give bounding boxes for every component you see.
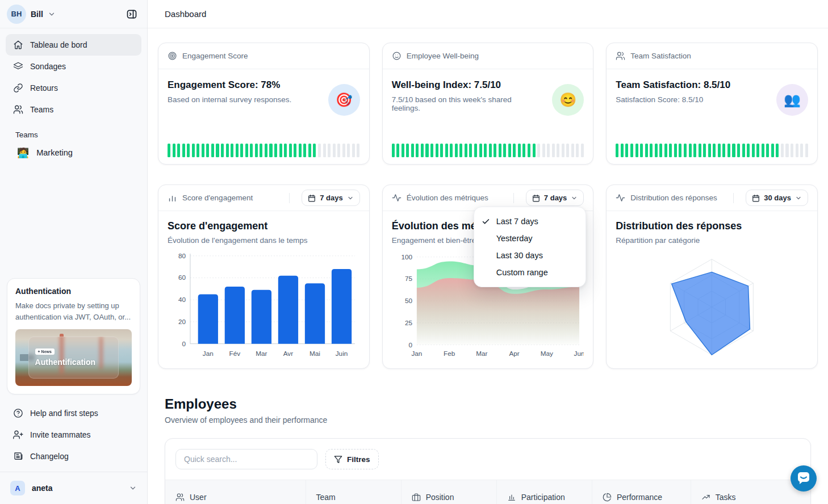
progress-segment bbox=[284, 144, 287, 157]
progress-segment bbox=[528, 144, 530, 157]
sidebar-user-row[interactable]: BH Bill bbox=[0, 0, 147, 28]
progress-segment bbox=[547, 144, 550, 157]
progress-bar bbox=[616, 144, 808, 157]
column-header-user[interactable]: User bbox=[165, 480, 306, 504]
chat-bubble-icon bbox=[791, 465, 817, 492]
auth-card-title: Authentication bbox=[15, 287, 132, 296]
svg-text:60: 60 bbox=[178, 274, 186, 281]
auth-card-image: + News Authentification bbox=[15, 329, 132, 386]
progress-segment bbox=[732, 144, 735, 157]
filters-label: Filtres bbox=[347, 455, 370, 464]
progress-segment bbox=[800, 144, 803, 157]
bar-chart-icon bbox=[507, 493, 516, 502]
avatar: BH bbox=[7, 5, 26, 24]
sidebar-footer: Help and first steps Invite teammates Ch… bbox=[0, 400, 147, 467]
progress-segment bbox=[294, 144, 296, 157]
progress-segment bbox=[474, 144, 477, 157]
progress-segment bbox=[333, 144, 336, 157]
employees-table-header: User Team Position Participation bbox=[165, 480, 810, 504]
progress-segment bbox=[771, 144, 774, 157]
progress-segment bbox=[742, 144, 745, 157]
column-header-team[interactable]: Team bbox=[306, 480, 401, 504]
card-header: Employee Well-being bbox=[383, 43, 593, 69]
progress-segment bbox=[552, 144, 555, 157]
menu-item-last-30-days[interactable]: Last 30 days bbox=[474, 247, 586, 264]
sidebar-item-dashboard[interactable]: Tableau de bord bbox=[6, 34, 141, 56]
progress-segment bbox=[489, 144, 492, 157]
menu-item-yesterday[interactable]: Yesterday bbox=[474, 230, 586, 247]
svg-text:100: 100 bbox=[401, 253, 412, 261]
column-header-participation[interactable]: Participation bbox=[496, 480, 592, 504]
sidebar: BH Bill Tableau de bord Sondages Retours bbox=[0, 0, 148, 504]
progress-segment bbox=[313, 144, 316, 157]
search-input[interactable] bbox=[175, 449, 317, 469]
help-link[interactable]: Help and first steps bbox=[6, 402, 141, 424]
date-range-label: 7 days bbox=[320, 194, 342, 202]
activity-icon bbox=[392, 193, 402, 203]
progress-segment bbox=[260, 144, 262, 157]
content: Engagement Score Engagement Score: 78% B… bbox=[148, 28, 828, 504]
svg-text:20: 20 bbox=[178, 318, 186, 325]
svg-text:0: 0 bbox=[182, 340, 186, 347]
stat-title: Team Satisfaction: 8.5/10 bbox=[616, 79, 808, 91]
progress-segment bbox=[542, 144, 545, 157]
date-range-button[interactable]: 30 days bbox=[746, 190, 808, 206]
changelog-link[interactable]: Changelog bbox=[6, 446, 141, 467]
card-header: Score d'engagement 7 days bbox=[158, 185, 369, 211]
radar-chart bbox=[616, 250, 808, 362]
authentication-promo-card[interactable]: Authentication Make docs private by sett… bbox=[7, 278, 140, 394]
progress-segment bbox=[196, 144, 199, 157]
workspace-switcher[interactable]: A aneta bbox=[6, 477, 141, 499]
progress-segment bbox=[494, 144, 496, 157]
svg-text:80: 80 bbox=[178, 252, 186, 259]
sidebar-item-teams[interactable]: Teams bbox=[6, 99, 141, 120]
svg-text:Mai: Mai bbox=[310, 350, 320, 357]
column-header-position[interactable]: Position bbox=[401, 480, 496, 504]
engagement-chart-card: Score d'engagement 7 days Score d'engage… bbox=[158, 184, 370, 369]
workspace-avatar: A bbox=[10, 481, 25, 495]
chat-launcher-button[interactable] bbox=[791, 465, 817, 492]
progress-segment bbox=[499, 144, 501, 157]
progress-segment bbox=[640, 144, 643, 157]
briefcase-icon bbox=[412, 493, 421, 502]
date-range-button[interactable]: 7 days bbox=[302, 190, 359, 206]
progress-segment bbox=[630, 144, 633, 157]
calendar-icon bbox=[752, 194, 760, 202]
progress-segment bbox=[430, 144, 433, 157]
panel-collapse-icon bbox=[126, 9, 137, 20]
invite-teammates-link[interactable]: Invite teammates bbox=[6, 424, 141, 446]
progress-segment bbox=[679, 144, 681, 157]
card-body: Engagement Score: 78% Based on internal … bbox=[158, 69, 369, 165]
employees-subtitle: Overview of employees and their performa… bbox=[165, 415, 811, 425]
progress-bar bbox=[168, 144, 360, 157]
progress-segment bbox=[440, 144, 443, 157]
sidebar-item-label: Tableau de bord bbox=[30, 40, 87, 49]
date-range-button[interactable]: 7 days bbox=[526, 190, 584, 206]
menu-item-custom-range[interactable]: Custom range bbox=[474, 264, 586, 281]
progress-segment bbox=[347, 144, 350, 157]
pie-chart-icon bbox=[603, 493, 612, 502]
sidebar-item-marketing[interactable]: 🧑‍💻 Marketing bbox=[6, 141, 141, 164]
filters-button[interactable]: Filtres bbox=[325, 449, 379, 469]
column-label: Participation bbox=[521, 493, 565, 502]
sidebar-item-surveys[interactable]: Sondages bbox=[6, 56, 141, 77]
progress-segment bbox=[450, 144, 453, 157]
progress-segment bbox=[762, 144, 764, 157]
progress-segment bbox=[168, 144, 170, 157]
column-header-performance[interactable]: Performance bbox=[592, 480, 691, 504]
sidebar-item-feedback[interactable]: Retours bbox=[6, 77, 141, 99]
progress-segment bbox=[342, 144, 345, 157]
sidebar-collapse-button[interactable] bbox=[123, 6, 140, 23]
check-icon bbox=[482, 217, 490, 226]
progress-segment bbox=[650, 144, 653, 157]
chart-subtitle: Évolution de l'engagement dans le temps bbox=[168, 236, 360, 245]
svg-text:May: May bbox=[540, 350, 553, 357]
topbar: Dashboard bbox=[148, 0, 828, 28]
progress-segment bbox=[318, 144, 321, 157]
svg-text:Mar: Mar bbox=[256, 350, 267, 357]
date-range-label: 30 days bbox=[764, 194, 791, 202]
menu-item-last-7-days[interactable]: Last 7 days bbox=[474, 213, 586, 230]
progress-segment bbox=[182, 144, 185, 157]
sidebar-item-label: Teams bbox=[30, 105, 53, 114]
progress-segment bbox=[576, 144, 579, 157]
